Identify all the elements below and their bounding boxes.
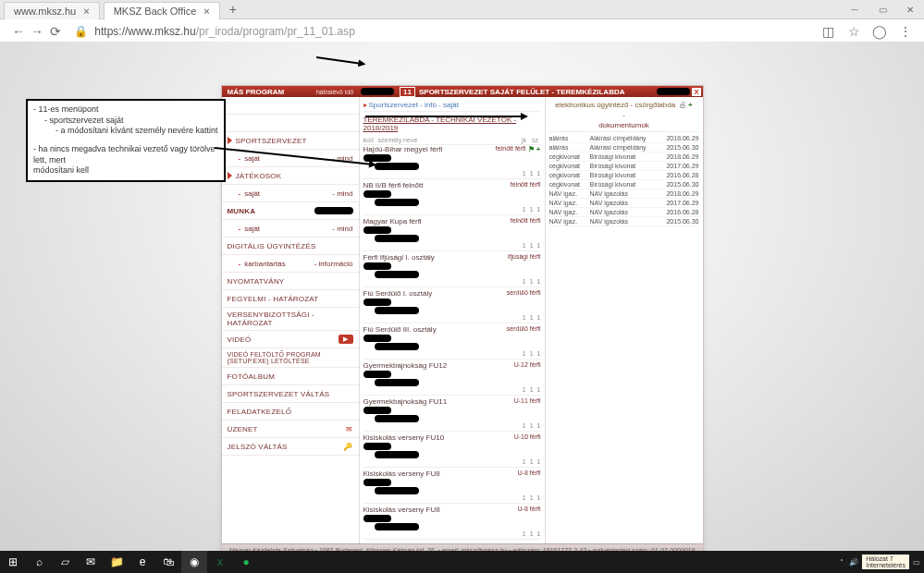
menu-item-14[interactable]: VIDEÓ feltöltő program (setup.exe) letöl… [222,348,359,368]
menu-item-1[interactable] [222,115,359,132]
print-icon[interactable]: 🖨 [679,101,686,109]
competition-name[interactable]: Fiú Serdülő I. osztály [363,289,505,298]
triangle-icon [228,137,232,144]
document-row[interactable]: NAV igaz.NAV igazolás2018.06.29 [549,189,699,199]
header-close-icon[interactable]: X [692,88,700,96]
start-icon[interactable]: ⊞ [0,551,26,573]
redacted [363,262,391,270]
chrome-icon[interactable]: ◉ [181,551,207,573]
redacted [375,487,419,494]
document-row[interactable]: cégkivonatBírósági kivonat2016.06.28 [549,171,699,180]
edge-icon[interactable]: e [129,551,155,573]
tray-notifications-icon[interactable]: ▭ [913,558,920,567]
competition-block: Gyermekbajnokság FU12U-12férfi111 [363,361,541,396]
taskview-icon[interactable]: ▱ [52,551,78,573]
add-doc-icon[interactable]: + [688,101,693,109]
user-redacted [657,88,690,95]
redacted [363,335,391,342]
menu-item-3: -saját- mind [222,150,359,167]
tab-1-close-icon[interactable]: × [83,6,89,17]
center-panel: ▸Sportszervezet - infó - saját TEREMKÉZI… [360,97,546,543]
back-to-programs[interactable]: MÁS PROGRAM [228,88,285,96]
document-row[interactable]: aláírásAláírási címpéldány2018.06.29 [549,134,699,143]
mail-icon[interactable]: ✉ [78,551,104,573]
tab-2[interactable]: MKSZ Back Office × [104,2,220,19]
folder-icon[interactable]: 📁 [104,551,129,573]
menu-item-18[interactable]: ÜZENET✉ [222,421,359,438]
competition-name[interactable]: Férfi Ifjúsági I. osztály [363,253,507,262]
cast-icon[interactable]: ◫ [819,22,837,41]
window-minimize-icon[interactable]: ─ [841,0,869,18]
back-icon[interactable]: ← [9,22,28,41]
competition-name[interactable]: Gyermekbajnokság FU12 [363,361,512,370]
search-icon[interactable]: ⌕ [26,551,52,573]
menu-item-12[interactable]: VERSENYBIZOTTSÁGI - HATÁROZAT [222,308,359,331]
right-panel-subtitle: dokumentumok [549,119,699,132]
competition-name[interactable]: Kisiskolás verseny FU10 [363,433,512,442]
redacted [363,371,391,378]
menu-item-2[interactable]: SPORTSZERVEZET [222,132,359,150]
network-tooltip: Hálózat 7Internetelérés [862,555,909,569]
app-header: MÁS PROGRAM hátralévő idő 11 SPORTSZERVE… [222,86,703,97]
tab-2-close-icon[interactable]: × [203,6,209,17]
add-icon[interactable]: ⚑ + [528,145,541,153]
forward-icon[interactable]: → [28,22,46,41]
center-table-header: kódszemély nevejksz [363,136,541,145]
menu-item-17[interactable]: FELADATKEZELŐ [222,403,359,421]
document-row[interactable]: NAV igaz.NAV igazolás2017.06.29 [549,199,699,208]
menu-item-13[interactable]: VIDEÓ▶ [222,331,359,348]
document-row[interactable]: NAV igaz.NAV igazolás2016.06.28 [549,208,699,217]
new-tab-button[interactable]: + [224,1,242,18]
menu-item-8[interactable]: DIGITÁLIS ÜGYINTÉZÉS [222,238,359,255]
url-host: https://www.mksz.hu [94,25,195,38]
menu-item-19[interactable]: JELSZÓ VÁLTÁS🔑 [222,438,359,456]
address-bar[interactable]: 🔒 https://www.mksz.hu/pr_iroda/program/p… [74,25,809,38]
system-tray: ˄ 🔊 Hálózat 7Internetelérés ▭ [840,555,924,569]
taskbar: ⊞ ⌕ ▱ ✉ 📁 e 🛍 ◉ x ● ˄ 🔊 Hálózat 7Interne… [0,551,924,573]
right-panel-title: elektronikus ügyintéző - csörgőlabda 🖨 + [549,99,699,111]
document-row[interactable]: NAV igaz.NAV igazolás2015.06.30 [549,217,699,226]
window-close-icon[interactable]: ✕ [896,0,924,18]
competition-block: Fiú Serdülő III. osztályserdülőférfi111 [363,325,541,360]
menu-item-10[interactable]: NYOMTATVÁNY [222,273,359,290]
competition-name[interactable]: Hajdú-Bihar megyei férfi [363,145,494,153]
excel-icon[interactable]: x [207,551,233,573]
tab-1[interactable]: www.mksz.hu × [4,2,100,19]
redacted [363,299,391,306]
menu-item-4[interactable]: JÁTÉKOSOK [222,167,359,185]
profile-icon[interactable]: ◯ [870,22,889,41]
menu-item-6[interactable]: MUNKA [222,202,359,220]
menu-item-0[interactable] [222,97,359,115]
document-row[interactable]: cégkivonatBírósági kivonat2017.06.29 [549,162,699,171]
competition-name[interactable]: NB II/B férfi felnőtt [363,181,509,189]
redacted [375,451,419,458]
menu-item-11[interactable]: FEGYELMI - HATÁROZAT [222,290,359,308]
redacted [363,443,391,450]
redacted [363,479,391,486]
kebab-icon[interactable]: ⋮ [896,22,915,41]
document-row[interactable]: cégkivonatBírósági kivonat2018.06.29 [549,152,699,162]
menu-item-15[interactable]: FOTÓALBUM [222,368,359,385]
redacted [375,163,419,170]
window-maximize-icon[interactable]: ▭ [869,0,896,18]
competition-name[interactable]: Kisiskolás verseny FU8 [363,506,516,514]
competition-name[interactable]: Magyar Kupa férfi [363,217,509,226]
countdown-label: hátralévő idő [316,89,353,95]
competition-block: NB II/B férfi felnőttfelnőttférfi111 [363,181,541,215]
competition-block: Hajdú-Bihar megyei férfifelnőttférfi⚑ +1… [363,145,541,179]
store-icon[interactable]: 🛍 [155,551,181,573]
competition-name[interactable]: Gyermekbajnokság FU11 [363,397,512,406]
competition-name[interactable]: Kisiskolás verseny FU8 [363,469,516,478]
reload-icon[interactable]: ⟳ [46,22,65,41]
document-row[interactable]: cégkivonatBírósági kivonat2015.06.30 [549,180,699,189]
competition-name[interactable]: Fiú Serdülő III. osztály [363,325,505,334]
menu-item-16[interactable]: SPORTSZERVEZET VÁLTÁS [222,385,359,403]
star-icon[interactable]: ☆ [844,22,863,41]
menu-item-5: -saját- mind [222,185,359,202]
spotify-icon[interactable]: ● [233,551,259,573]
document-row[interactable]: aláírásAláírási címpéldány2015.06.30 [549,143,699,152]
tray-speaker-icon[interactable]: 🔊 [849,558,858,567]
tray-chevron-icon[interactable]: ˄ [840,558,844,567]
left-menu: SPORTSZERVEZET-saját- mindJÁTÉKOSOK-sajá… [222,97,360,543]
breadcrumb: ▸Sportszervezet - infó - saját [363,99,541,112]
